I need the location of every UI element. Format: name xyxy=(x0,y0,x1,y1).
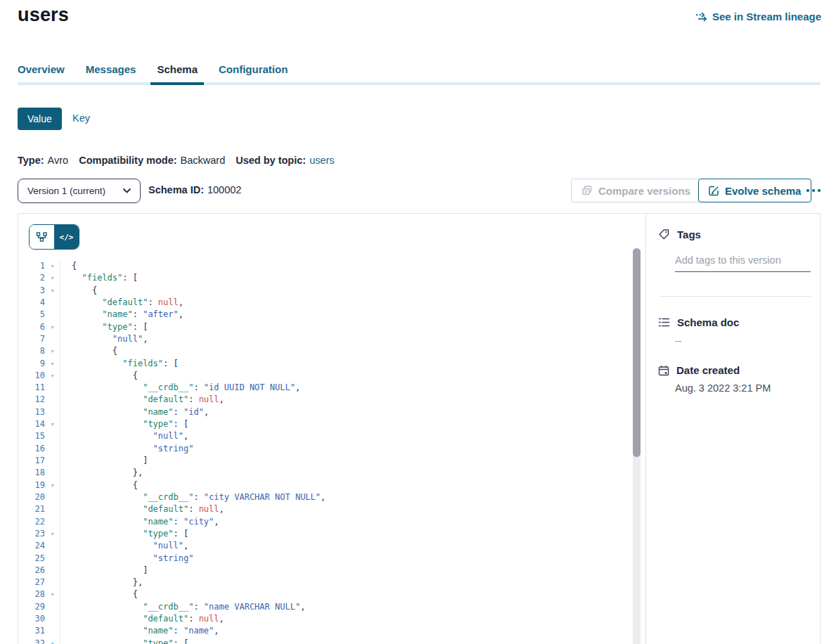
code-line: 22 "name": "city", xyxy=(18,516,645,528)
code-text: }, xyxy=(60,467,645,479)
fold-arrow-icon[interactable]: ▾ xyxy=(45,285,60,297)
value-toggle-button[interactable]: Value xyxy=(18,108,62,130)
line-number: 14 xyxy=(18,418,45,430)
fold-arrow-icon[interactable]: ▾ xyxy=(45,528,60,540)
code-line: 10▾ { xyxy=(18,370,645,382)
type-label: Type: xyxy=(18,155,44,166)
version-select[interactable]: Version 1 (current) xyxy=(18,179,141,203)
fold-arrow-icon[interactable]: ▾ xyxy=(45,418,60,430)
code-line: 14▾ "type": [ xyxy=(18,418,645,430)
page-title: users xyxy=(18,4,69,26)
code-line: 6▾ "type": [ xyxy=(18,321,645,333)
fold-arrow-icon[interactable]: ▾ xyxy=(45,260,60,272)
code-line: 32▾ "type": [ xyxy=(18,638,645,644)
code-view-button[interactable]: </> xyxy=(54,225,79,249)
fold-spacer xyxy=(45,309,60,321)
key-toggle-button[interactable]: Key xyxy=(72,112,90,124)
fold-spacer xyxy=(45,333,60,345)
code-line: 1▾{ xyxy=(18,260,645,272)
code-line: 9▾ "fields": [ xyxy=(18,358,645,370)
code-text: ] xyxy=(60,565,645,577)
fold-spacer xyxy=(45,394,60,406)
fold-arrow-icon[interactable]: ▾ xyxy=(45,345,60,357)
fold-spacer xyxy=(45,443,60,455)
code-line: 20 "__crdb__": "city VARCHAR NOT NULL", xyxy=(18,491,645,503)
evolve-schema-label: Evolve schema xyxy=(725,185,801,197)
code-line: 13 "name": "id", xyxy=(18,406,645,418)
fold-arrow-icon[interactable]: ▾ xyxy=(45,370,60,382)
code-text: "default": null, xyxy=(60,613,645,625)
code-text: "name": "id", xyxy=(60,406,645,418)
code-text: { xyxy=(60,370,645,382)
fold-arrow-icon[interactable]: ▾ xyxy=(45,588,60,600)
code-text: "name": "after", xyxy=(60,309,645,321)
editor-scrollbar-thumb[interactable] xyxy=(633,248,641,457)
compare-versions-button[interactable]: Compare versions xyxy=(571,179,701,202)
tab-overview[interactable]: Overview xyxy=(18,63,65,82)
line-number: 7 xyxy=(18,333,45,345)
code-line: 28▾ { xyxy=(18,588,645,600)
ellipsis-icon xyxy=(806,188,821,193)
fold-spacer xyxy=(45,553,60,565)
code-text: }, xyxy=(60,577,645,588)
schema-meta-row: Type:Avro Compatibility mode:Backward Us… xyxy=(18,155,335,166)
line-number: 8 xyxy=(18,345,45,357)
code-text: "null", xyxy=(60,430,645,442)
fold-arrow-icon[interactable]: ▾ xyxy=(45,479,60,491)
code-text: "null", xyxy=(60,333,645,345)
code-line: 19▾ { xyxy=(18,479,645,491)
code-text: ] xyxy=(60,455,645,467)
code-line: 23▾ "type": [ xyxy=(18,528,645,540)
code-line: 24 "null", xyxy=(18,540,645,552)
fold-spacer xyxy=(45,601,60,613)
code-view-icon: </> xyxy=(60,233,74,242)
line-number: 1 xyxy=(18,260,45,272)
compare-versions-label: Compare versions xyxy=(598,185,690,197)
line-number: 12 xyxy=(18,394,45,406)
code-text: { xyxy=(60,588,645,600)
code-text: "type": [ xyxy=(60,528,645,540)
compatibility-label: Compatibility mode: xyxy=(79,155,176,166)
fold-arrow-icon[interactable]: ▾ xyxy=(45,321,60,333)
line-number: 26 xyxy=(18,565,45,577)
schema-sidebar: Tags Schema doc -- xyxy=(646,214,820,644)
code-text: "type": [ xyxy=(60,418,645,430)
see-in-stream-lineage-link[interactable]: See in Stream lineage xyxy=(695,11,821,22)
code-text: "fields": [ xyxy=(60,272,645,284)
fold-spacer xyxy=(45,406,60,418)
fold-arrow-icon[interactable]: ▾ xyxy=(45,358,60,370)
fold-spacer xyxy=(45,430,60,442)
code-line: 30 "default": null, xyxy=(18,613,645,625)
fold-arrow-icon[interactable]: ▾ xyxy=(45,272,60,284)
overflow-menu-button[interactable] xyxy=(806,183,821,195)
used-by-topic-meta: Used by topic:users xyxy=(236,155,334,166)
stream-lineage-icon xyxy=(695,11,707,22)
version-select-value: Version 1 (current) xyxy=(27,186,105,196)
date-created-value: Aug. 3 2022 3:21 PM xyxy=(675,382,771,394)
schema-doc-heading-label: Schema doc xyxy=(677,316,739,328)
line-number: 16 xyxy=(18,443,45,455)
type-meta: Type:Avro xyxy=(18,155,68,166)
tab-schema[interactable]: Schema xyxy=(157,63,198,82)
line-number: 17 xyxy=(18,455,45,467)
calendar-plus-icon xyxy=(658,365,669,376)
add-tags-input[interactable] xyxy=(675,252,811,272)
line-number: 24 xyxy=(18,540,45,552)
used-by-topic-link[interactable]: users xyxy=(309,155,334,166)
line-number: 6 xyxy=(18,321,45,333)
tree-view-button[interactable] xyxy=(30,225,54,249)
line-number: 32 xyxy=(18,638,45,644)
code-text: "type": [ xyxy=(60,638,645,644)
code-text: "default": null, xyxy=(60,394,645,406)
edit-schema-icon xyxy=(709,186,719,196)
code-text: "type": [ xyxy=(60,321,645,333)
tab-configuration[interactable]: Configuration xyxy=(219,63,288,82)
code-text: { xyxy=(60,285,645,297)
used-by-topic-label: Used by topic: xyxy=(236,155,306,166)
fold-arrow-icon[interactable]: ▾ xyxy=(45,638,60,644)
tab-messages[interactable]: Messages xyxy=(86,63,136,82)
tree-view-icon xyxy=(36,231,48,243)
evolve-schema-button[interactable]: Evolve schema xyxy=(698,179,811,202)
code-line: 31 "name": "name", xyxy=(18,625,645,637)
line-number: 19 xyxy=(18,479,45,491)
